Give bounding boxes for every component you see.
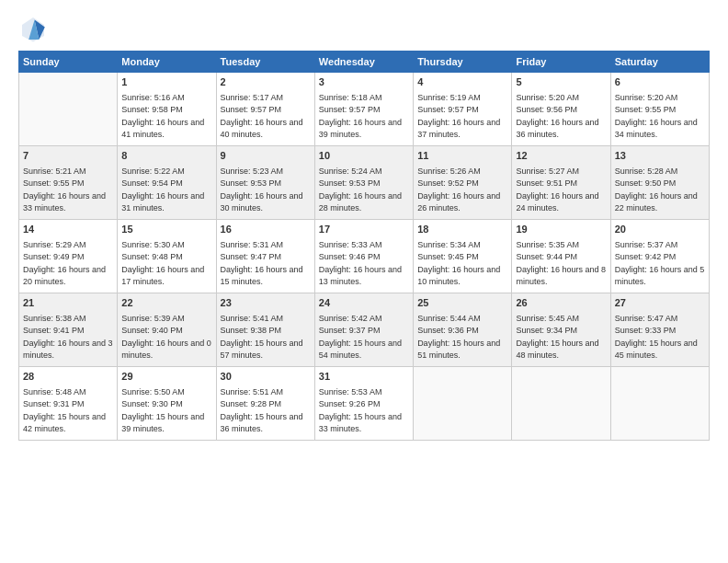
calendar-cell: 30Sunrise: 5:51 AMSunset: 9:28 PMDayligh…	[216, 367, 314, 441]
day-info: Sunrise: 5:19 AMSunset: 9:57 PMDaylight:…	[417, 92, 507, 142]
day-number: 20	[615, 223, 705, 237]
day-number: 31	[319, 370, 409, 385]
day-number: 27	[615, 296, 705, 311]
calendar-cell: 26Sunrise: 5:45 AMSunset: 9:34 PMDayligh…	[512, 293, 610, 367]
day-info: Sunrise: 5:21 AMSunset: 9:55 PMDaylight:…	[23, 166, 113, 215]
calendar-cell: 25Sunrise: 5:44 AMSunset: 9:36 PMDayligh…	[414, 293, 512, 367]
calendar-cell: 20Sunrise: 5:37 AMSunset: 9:42 PMDayligh…	[610, 220, 709, 293]
day-number: 11	[417, 149, 507, 164]
day-number: 5	[516, 75, 606, 90]
day-number: 25	[417, 296, 507, 311]
day-info: Sunrise: 5:18 AMSunset: 9:57 PMDaylight:…	[319, 92, 409, 142]
calendar-cell: 18Sunrise: 5:34 AMSunset: 9:45 PMDayligh…	[414, 220, 512, 293]
day-number: 17	[319, 223, 409, 237]
header	[18, 14, 710, 43]
day-info: Sunrise: 5:37 AMSunset: 9:42 PMDaylight:…	[615, 239, 705, 289]
day-info: Sunrise: 5:50 AMSunset: 9:30 PMDaylight:…	[121, 386, 211, 436]
day-number: 8	[121, 149, 211, 164]
day-number: 22	[121, 296, 211, 311]
calendar-cell: 22Sunrise: 5:39 AMSunset: 9:40 PMDayligh…	[118, 293, 216, 367]
calendar-cell: 2Sunrise: 5:17 AMSunset: 9:57 PMDaylight…	[216, 73, 314, 146]
day-info: Sunrise: 5:45 AMSunset: 9:34 PMDaylight:…	[516, 313, 606, 362]
day-info: Sunrise: 5:53 AMSunset: 9:26 PMDaylight:…	[319, 386, 409, 436]
day-number: 24	[319, 296, 409, 311]
day-info: Sunrise: 5:20 AMSunset: 9:56 PMDaylight:…	[516, 92, 606, 142]
calendar-cell: 7Sunrise: 5:21 AMSunset: 9:55 PMDaylight…	[19, 146, 118, 220]
day-info: Sunrise: 5:26 AMSunset: 9:52 PMDaylight:…	[417, 166, 507, 215]
calendar-week-row: 28Sunrise: 5:48 AMSunset: 9:31 PMDayligh…	[19, 367, 710, 441]
day-number: 19	[516, 223, 606, 237]
day-number: 7	[23, 149, 113, 164]
calendar-cell: 27Sunrise: 5:47 AMSunset: 9:33 PMDayligh…	[610, 293, 709, 367]
calendar-cell: 10Sunrise: 5:24 AMSunset: 9:53 PMDayligh…	[314, 146, 413, 220]
day-number: 10	[319, 149, 409, 164]
calendar-page: SundayMondayTuesdayWednesdayThursdayFrid…	[0, 0, 728, 563]
day-number: 1	[121, 75, 211, 90]
day-info: Sunrise: 5:16 AMSunset: 9:58 PMDaylight:…	[121, 92, 211, 142]
calendar-cell: 23Sunrise: 5:41 AMSunset: 9:38 PMDayligh…	[216, 293, 314, 367]
calendar-week-row: 21Sunrise: 5:38 AMSunset: 9:41 PMDayligh…	[19, 293, 710, 367]
day-number: 30	[221, 370, 311, 385]
day-number: 21	[23, 296, 113, 311]
day-info: Sunrise: 5:33 AMSunset: 9:46 PMDaylight:…	[319, 239, 409, 289]
day-info: Sunrise: 5:28 AMSunset: 9:50 PMDaylight:…	[615, 166, 705, 215]
day-info: Sunrise: 5:51 AMSunset: 9:28 PMDaylight:…	[221, 386, 311, 436]
day-info: Sunrise: 5:17 AMSunset: 9:57 PMDaylight:…	[221, 92, 311, 142]
calendar-cell: 5Sunrise: 5:20 AMSunset: 9:56 PMDaylight…	[512, 73, 610, 146]
day-number: 18	[417, 223, 507, 237]
day-info: Sunrise: 5:39 AMSunset: 9:40 PMDaylight:…	[121, 313, 211, 362]
logo	[18, 14, 51, 43]
day-number: 2	[221, 75, 311, 90]
day-info: Sunrise: 5:35 AMSunset: 9:44 PMDaylight:…	[516, 239, 606, 289]
calendar-cell: 28Sunrise: 5:48 AMSunset: 9:31 PMDayligh…	[19, 367, 118, 441]
day-info: Sunrise: 5:30 AMSunset: 9:48 PMDaylight:…	[121, 239, 211, 289]
calendar-week-row: 7Sunrise: 5:21 AMSunset: 9:55 PMDaylight…	[19, 146, 710, 220]
day-info: Sunrise: 5:20 AMSunset: 9:55 PMDaylight:…	[615, 92, 705, 142]
day-info: Sunrise: 5:48 AMSunset: 9:31 PMDaylight:…	[23, 386, 113, 436]
calendar-cell: 24Sunrise: 5:42 AMSunset: 9:37 PMDayligh…	[314, 293, 413, 367]
day-number: 15	[121, 223, 211, 237]
calendar-cell: 14Sunrise: 5:29 AMSunset: 9:49 PMDayligh…	[19, 220, 118, 293]
day-info: Sunrise: 5:34 AMSunset: 9:45 PMDaylight:…	[417, 239, 507, 289]
calendar-cell	[512, 367, 610, 441]
weekday-header-sunday: Sunday	[19, 52, 118, 73]
day-info: Sunrise: 5:38 AMSunset: 9:41 PMDaylight:…	[23, 313, 113, 362]
weekday-header-row: SundayMondayTuesdayWednesdayThursdayFrid…	[19, 52, 710, 73]
calendar-cell	[610, 367, 709, 441]
weekday-header-wednesday: Wednesday	[314, 52, 413, 73]
day-info: Sunrise: 5:23 AMSunset: 9:53 PMDaylight:…	[221, 166, 311, 215]
day-number: 29	[121, 370, 211, 385]
day-number: 14	[23, 223, 113, 237]
calendar-cell: 16Sunrise: 5:31 AMSunset: 9:47 PMDayligh…	[216, 220, 314, 293]
calendar-cell: 15Sunrise: 5:30 AMSunset: 9:48 PMDayligh…	[118, 220, 216, 293]
day-info: Sunrise: 5:27 AMSunset: 9:51 PMDaylight:…	[516, 166, 606, 215]
day-number: 6	[615, 75, 705, 90]
day-number: 4	[417, 75, 507, 90]
calendar-cell: 3Sunrise: 5:18 AMSunset: 9:57 PMDaylight…	[314, 73, 413, 146]
day-info: Sunrise: 5:47 AMSunset: 9:33 PMDaylight:…	[615, 313, 705, 362]
calendar-cell: 11Sunrise: 5:26 AMSunset: 9:52 PMDayligh…	[414, 146, 512, 220]
calendar-cell: 1Sunrise: 5:16 AMSunset: 9:58 PMDaylight…	[118, 73, 216, 146]
day-info: Sunrise: 5:22 AMSunset: 9:54 PMDaylight:…	[121, 166, 211, 215]
weekday-header-tuesday: Tuesday	[216, 52, 314, 73]
day-number: 12	[516, 149, 606, 164]
day-info: Sunrise: 5:31 AMSunset: 9:47 PMDaylight:…	[221, 239, 311, 289]
weekday-header-saturday: Saturday	[610, 52, 709, 73]
logo-icon	[18, 14, 48, 43]
calendar-cell	[414, 367, 512, 441]
day-number: 23	[221, 296, 311, 311]
calendar-week-row: 1Sunrise: 5:16 AMSunset: 9:58 PMDaylight…	[19, 73, 710, 146]
calendar-week-row: 14Sunrise: 5:29 AMSunset: 9:49 PMDayligh…	[19, 220, 710, 293]
day-info: Sunrise: 5:44 AMSunset: 9:36 PMDaylight:…	[417, 313, 507, 362]
day-info: Sunrise: 5:29 AMSunset: 9:49 PMDaylight:…	[23, 239, 113, 289]
calendar-cell	[19, 73, 118, 146]
day-info: Sunrise: 5:41 AMSunset: 9:38 PMDaylight:…	[221, 313, 311, 362]
calendar-cell: 17Sunrise: 5:33 AMSunset: 9:46 PMDayligh…	[314, 220, 413, 293]
calendar-table: SundayMondayTuesdayWednesdayThursdayFrid…	[18, 51, 710, 441]
weekday-header-friday: Friday	[512, 52, 610, 73]
weekday-header-thursday: Thursday	[414, 52, 512, 73]
day-number: 26	[516, 296, 606, 311]
calendar-cell: 6Sunrise: 5:20 AMSunset: 9:55 PMDaylight…	[610, 73, 709, 146]
day-number: 28	[23, 370, 113, 385]
day-info: Sunrise: 5:42 AMSunset: 9:37 PMDaylight:…	[319, 313, 409, 362]
